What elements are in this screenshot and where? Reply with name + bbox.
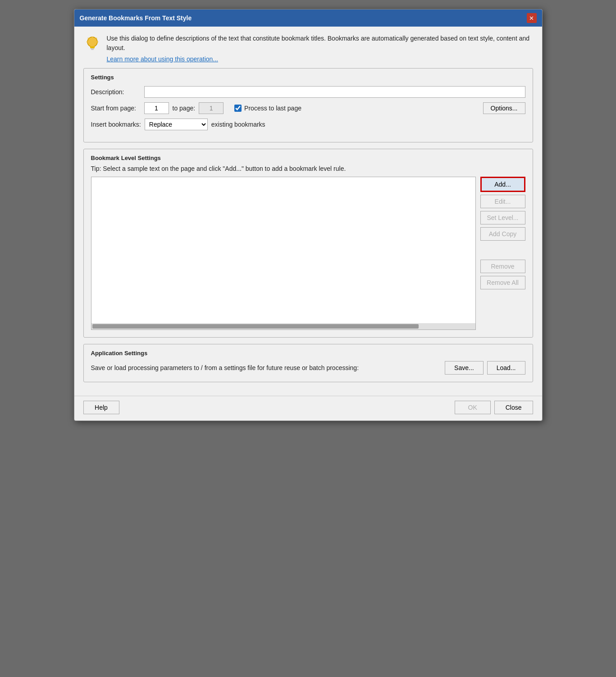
svg-rect-2 [91,48,94,49]
header-description: Use this dialog to define descriptions o… [107,34,533,53]
dialog-body: Use this dialog to define descriptions o… [74,27,542,396]
header-section: Use this dialog to define descriptions o… [83,34,533,63]
svg-rect-3 [91,49,94,50]
dialog-footer: Help OK Close [74,396,542,421]
bookmark-level-title: Bookmark Level Settings [91,155,525,161]
title-bar: Generate Bookmarks From Text Style ✕ [74,9,542,27]
dialog-title: Generate Bookmarks From Text Style [80,14,192,22]
bulb-icon [83,35,101,53]
app-settings-description: Save or load processing parameters to / … [91,363,440,373]
settings-section-title: Settings [91,74,525,81]
title-bar-close-button[interactable]: ✕ [527,13,537,23]
insert-mode-dropdown[interactable]: Replace Append Prepend [145,119,208,130]
learn-more-link[interactable]: Learn more about using this operation... [107,55,533,63]
description-row: Description: [91,86,525,98]
help-button[interactable]: Help [83,401,119,414]
svg-line-6 [96,38,97,39]
main-dialog: Generate Bookmarks From Text Style ✕ [74,9,543,421]
settings-section: Settings Description: Start from page: t… [83,68,533,142]
scrollbar-thumb [92,324,419,329]
edit-button[interactable]: Edit... [480,195,525,208]
bookmark-list [91,177,476,330]
footer-left: Help [83,401,119,414]
tip-text: Tip: Select a sample text on the page an… [91,165,525,172]
existing-bookmarks-label: existing bookmarks [211,121,265,128]
button-spacer [480,243,525,257]
load-button[interactable]: Load... [487,361,525,375]
to-page-label: to page: [173,105,196,112]
remove-button[interactable]: Remove [480,260,525,273]
save-button[interactable]: Save... [445,361,484,375]
bookmark-action-buttons: Add... Edit... Set Level... Add Copy Rem… [480,177,525,330]
insert-bookmarks-label: Insert bookmarks: [91,121,141,128]
app-settings-section: Application Settings Save or load proces… [83,344,533,382]
svg-rect-1 [90,46,95,48]
header-text-block: Use this dialog to define descriptions o… [107,34,533,63]
page-range-row: Start from page: to page: Process to las… [91,102,525,114]
insert-bookmarks-row: Insert bookmarks: Replace Append Prepend… [91,119,525,130]
options-button[interactable]: Options... [483,102,525,114]
start-from-label: Start from page: [91,105,141,112]
svg-line-5 [88,38,89,39]
add-copy-button[interactable]: Add Copy [480,227,525,241]
process-last-page-container: Process to last page [234,105,301,112]
description-input[interactable] [144,86,525,98]
app-settings-title: Application Settings [91,350,525,357]
remove-all-button[interactable]: Remove All [480,276,525,289]
bookmark-content: Add... Edit... Set Level... Add Copy Rem… [91,177,525,330]
save-load-buttons: Save... Load... [445,361,525,375]
close-button[interactable]: Close [494,401,533,414]
add-button[interactable]: Add... [480,177,525,192]
to-page-input[interactable] [199,102,224,114]
horizontal-scrollbar[interactable] [91,323,475,329]
set-level-button[interactable]: Set Level... [480,211,525,224]
bookmark-level-section: Bookmark Level Settings Tip: Select a sa… [83,149,533,338]
description-label: Description: [91,88,141,96]
app-settings-row: Save or load processing parameters to / … [91,361,525,375]
process-last-page-checkbox[interactable] [234,105,242,112]
process-last-page-label: Process to last page [244,105,301,112]
footer-right: OK Close [455,401,533,414]
ok-button[interactable]: OK [455,401,491,414]
start-page-input[interactable] [144,102,169,114]
